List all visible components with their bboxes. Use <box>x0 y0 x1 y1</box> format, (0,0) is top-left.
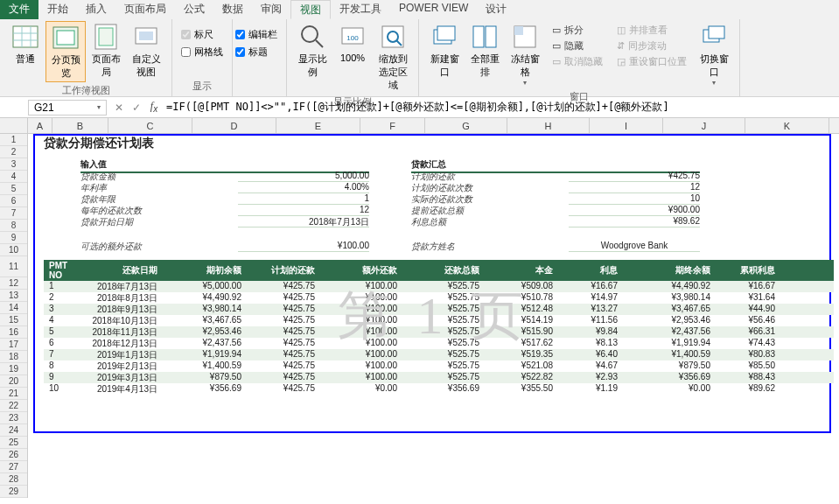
switch-windows-button[interactable]: 切换窗口▾ <box>694 21 734 88</box>
accept-formula-button[interactable]: ✓ <box>128 102 145 114</box>
amort-row[interactable]: 32018年9月13日¥3,980.14¥425.75¥100.00¥525.7… <box>44 304 834 315</box>
formulabar-checkbox[interactable]: 编辑栏 <box>232 26 281 43</box>
amort-row[interactable]: 92019年3月13日¥879.50¥425.75¥100.00¥525.75¥… <box>44 372 834 383</box>
row-header-11[interactable]: 11 <box>0 256 27 277</box>
col-header-H[interactable]: H <box>507 118 590 133</box>
sync-scroll-button[interactable]: ⇵同步滚动 <box>613 38 690 53</box>
zoom-100-button[interactable]: 100 100% <box>332 21 373 65</box>
col-header-A[interactable]: A <box>28 118 52 133</box>
row-header-18[interactable]: 18 <box>0 351 27 363</box>
row-header-9[interactable]: 9 <box>0 232 27 244</box>
row-header-25[interactable]: 25 <box>0 437 27 449</box>
svg-rect-20 <box>473 26 484 47</box>
col-header-C[interactable]: C <box>108 118 192 133</box>
cells-area[interactable]: 第 1 页 贷款分期偿还计划表 输入值 贷款汇总 贷款金额5,000.00年利率… <box>28 134 839 498</box>
amort-row[interactable]: 42018年10月13日¥3,467.65¥425.75¥100.00¥525.… <box>44 315 834 326</box>
zoom-icon <box>298 23 326 51</box>
cancel-formula-button[interactable]: ✕ <box>110 102 128 114</box>
row-header-3[interactable]: 3 <box>0 158 27 171</box>
row-header-10[interactable]: 10 <box>0 244 27 256</box>
fx-button[interactable]: fx <box>145 100 163 114</box>
row-header-26[interactable]: 26 <box>0 449 27 461</box>
row-header-12[interactable]: 12 <box>0 277 27 290</box>
input-row: 贷款开始日期2018年7月13日 <box>80 216 369 228</box>
pagebreak-label: 分页预览 <box>48 53 83 80</box>
freeze-panes-button[interactable]: 冻结窗格▾ <box>505 21 545 88</box>
tab-review[interactable]: 审阅 <box>252 0 290 19</box>
zoom-selection-button[interactable]: 缩放到选定区域 <box>373 21 413 94</box>
tab-insert[interactable]: 插入 <box>77 0 115 19</box>
amort-row[interactable]: 22018年8月13日¥4,490.92¥425.75¥100.00¥525.7… <box>44 292 834 304</box>
custom-views-button[interactable]: 自定义视图 <box>126 21 166 80</box>
ruler-checkbox[interactable]: 标尺 <box>178 26 227 43</box>
row-header-5[interactable]: 5 <box>0 183 27 195</box>
gridlines-checkbox[interactable]: 网格线 <box>178 44 227 60</box>
row-header-23[interactable]: 23 <box>0 412 27 424</box>
col-header-D[interactable]: D <box>192 118 276 133</box>
tab-data[interactable]: 数据 <box>213 0 252 19</box>
headings-checkbox[interactable]: 标题 <box>232 44 281 60</box>
amort-row[interactable]: 102019年4月13日¥356.69¥425.75¥0.00¥356.69¥3… <box>44 383 834 395</box>
formula-input[interactable]: =IF([@[PMT NO]]<>"",IF([@计划的还款]+[@额外还款]<… <box>163 99 839 116</box>
tab-formulas[interactable]: 公式 <box>175 0 213 19</box>
pagelayout-view-button[interactable]: 页面布局 <box>86 21 126 80</box>
row-header-20[interactable]: 20 <box>0 375 27 388</box>
normal-view-button[interactable]: 普通 <box>5 21 45 67</box>
row-header-15[interactable]: 15 <box>0 314 27 326</box>
row-header-19[interactable]: 19 <box>0 363 27 375</box>
amort-row[interactable]: 72019年1月13日¥1,919.94¥425.75¥100.00¥525.7… <box>44 349 834 360</box>
tab-home[interactable]: 开始 <box>38 0 77 19</box>
col-header-E[interactable]: E <box>276 118 360 133</box>
col-header-B[interactable]: B <box>52 118 108 133</box>
zoom-button[interactable]: 显示比例 <box>292 21 332 80</box>
amort-row[interactable]: 62018年12月13日¥2,437.56¥425.75¥100.00¥525.… <box>44 338 834 349</box>
hide-button[interactable]: ▭隐藏 <box>549 38 606 53</box>
worksheet: ABCDEFGHIJK 1234567891011121314151617181… <box>0 118 839 504</box>
reset-window-button[interactable]: ◲重设窗口位置 <box>613 54 690 69</box>
row-header-27[interactable]: 27 <box>0 461 27 473</box>
pagebreak-preview-button[interactable]: 分页预览 <box>45 21 86 82</box>
col-header-G[interactable]: G <box>425 118 507 133</box>
col-header-F[interactable]: F <box>360 118 425 133</box>
col-header-I[interactable]: I <box>590 118 663 133</box>
row-header-24[interactable]: 24 <box>0 424 27 437</box>
chevron-down-icon: ▾ <box>712 79 716 87</box>
row-header-29[interactable]: 29 <box>0 486 27 498</box>
row-header-22[interactable]: 22 <box>0 400 27 412</box>
col-header-J[interactable]: J <box>663 118 745 133</box>
tab-pagelayout[interactable]: 页面布局 <box>115 0 175 19</box>
row-header-14[interactable]: 14 <box>0 302 27 314</box>
amort-row[interactable]: 12018年7月13日¥5,000.00¥425.75¥100.00¥525.7… <box>44 281 834 292</box>
row-header-6[interactable]: 6 <box>0 195 27 207</box>
input-row: 每年的还款次数12 <box>80 205 369 216</box>
select-all-corner[interactable] <box>0 118 28 133</box>
row-header-8[interactable]: 8 <box>0 220 27 232</box>
row-header-28[interactable]: 28 <box>0 473 27 486</box>
side-by-side-button[interactable]: ◫并排查看 <box>613 23 690 38</box>
row-header-21[interactable]: 21 <box>0 388 27 400</box>
name-box[interactable]: G21 ▾ <box>28 100 107 116</box>
arrange-all-button[interactable]: 全部重排 <box>465 21 505 80</box>
row-header-1[interactable]: 1 <box>0 134 27 146</box>
new-window-button[interactable]: 新建窗口 <box>424 21 465 80</box>
col-header-K[interactable]: K <box>745 118 829 133</box>
row-header-7[interactable]: 7 <box>0 207 27 220</box>
row-header-17[interactable]: 17 <box>0 339 27 351</box>
amort-row[interactable]: 52018年11月13日¥2,953.46¥425.75¥100.00¥525.… <box>44 326 834 338</box>
tab-powerview[interactable]: POWER VIEW <box>390 0 477 19</box>
tab-file[interactable]: 文件 <box>0 0 38 19</box>
row-header-4[interactable]: 4 <box>0 171 27 183</box>
row-header-16[interactable]: 16 <box>0 326 27 339</box>
row-header-13[interactable]: 13 <box>0 290 27 302</box>
svg-rect-0 <box>13 26 38 47</box>
group-label-show: 显示 <box>178 78 227 94</box>
row-header-2[interactable]: 2 <box>0 146 27 158</box>
tab-developer[interactable]: 开发工具 <box>331 0 390 19</box>
tab-view[interactable]: 视图 <box>290 0 331 19</box>
svg-rect-23 <box>514 26 523 35</box>
unhide-button[interactable]: ▭取消隐藏 <box>549 54 606 69</box>
split-button[interactable]: ▭拆分 <box>549 23 606 38</box>
amort-row[interactable]: 82019年2月13日¥1,400.59¥425.75¥100.00¥525.7… <box>44 360 834 372</box>
tab-design[interactable]: 设计 <box>477 0 515 19</box>
sheet-title: 贷款分期偿还计划表 <box>44 136 154 151</box>
